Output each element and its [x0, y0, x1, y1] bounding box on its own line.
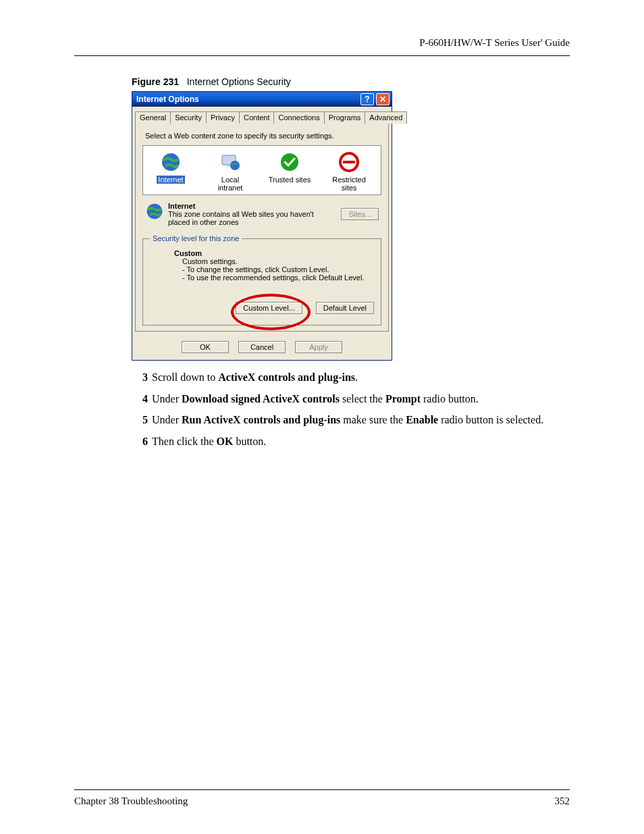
tab-programs[interactable]: Programs — [324, 111, 366, 124]
sites-button[interactable]: Sites... — [341, 208, 379, 220]
check-circle-icon — [279, 151, 300, 173]
zone-restricted-sites[interactable]: Restricted sites — [325, 151, 373, 192]
figure-number: Figure 231 — [132, 76, 179, 87]
svg-point-4 — [281, 153, 298, 171]
apply-button[interactable]: Apply — [295, 341, 342, 353]
footer-rule — [74, 789, 570, 790]
ok-button[interactable]: OK — [182, 341, 229, 353]
zones-listbox: Internet Local intranet — [142, 145, 381, 195]
no-entry-icon — [338, 151, 360, 173]
zone-local-intranet[interactable]: Local intranet — [207, 151, 254, 192]
page-footer: Chapter 38 Troubleshooting 352 — [74, 789, 570, 807]
custom-level-button[interactable]: Custom Level... — [236, 302, 302, 314]
step-bold: ActiveX controls and plug-ins — [218, 371, 355, 383]
step-bold: Enable — [406, 414, 438, 425]
cancel-button[interactable]: Cancel — [238, 341, 286, 353]
tab-general[interactable]: General — [135, 111, 171, 124]
tab-connections[interactable]: Connections — [273, 111, 324, 124]
svg-point-7 — [147, 204, 163, 219]
security-level-line2: - To use the recommended settings, click… — [182, 273, 374, 282]
tab-advanced[interactable]: Advanced — [365, 111, 407, 124]
header-guide-title: P-660H/HW/W-T Series User' Guide — [74, 37, 570, 49]
zone-desc-text: This zone contains all Web sites you hav… — [168, 210, 337, 226]
zone-label: Local intranet — [207, 176, 254, 192]
step-text: radio button. — [421, 393, 479, 405]
tab-content[interactable]: Content — [239, 111, 275, 124]
tab-strip: General Security Privacy Content Connect… — [132, 107, 392, 123]
step-text: radio button is selected. — [438, 414, 543, 425]
step-number: 3 — [132, 370, 148, 385]
step-number: 5 — [132, 413, 148, 427]
instruction-steps: 3 Scroll down to ActiveX controls and pl… — [132, 370, 570, 455]
security-level-group: Security level for this zone Custom Cust… — [142, 234, 381, 325]
tab-security[interactable]: Security — [170, 111, 207, 124]
footer-page-number: 352 — [555, 796, 570, 807]
header-rule — [74, 55, 570, 56]
step-item: 3 Scroll down to ActiveX controls and pl… — [132, 370, 570, 385]
zone-prompt: Select a Web content zone to specify its… — [145, 132, 381, 140]
zone-desc-heading: Internet — [168, 202, 337, 210]
figure-caption: Figure 231 Internet Options Security — [132, 76, 570, 87]
step-text: button. — [233, 436, 266, 447]
step-bold: Prompt — [385, 393, 421, 405]
close-button[interactable]: ✕ — [376, 93, 390, 105]
step-bold: Run ActiveX controls and plug-ins — [182, 414, 340, 425]
tab-privacy[interactable]: Privacy — [206, 111, 240, 124]
dialog-title: Internet Options — [136, 95, 199, 104]
security-level-sub: Custom settings. — [182, 257, 374, 265]
zone-trusted-sites[interactable]: Trusted sites — [266, 151, 313, 192]
figure-title: Internet Options Security — [187, 76, 291, 87]
zone-internet[interactable]: Internet — [147, 151, 194, 192]
step-item: 4 Under Download signed ActiveX controls… — [132, 392, 570, 407]
step-bold: OK — [217, 436, 234, 447]
step-text: Scroll down to — [152, 371, 218, 383]
help-button[interactable]: ? — [360, 93, 374, 105]
step-number: 6 — [132, 434, 148, 449]
monitor-globe-icon — [219, 151, 241, 173]
svg-rect-6 — [343, 161, 355, 163]
globe-icon — [145, 202, 164, 221]
step-text: Under — [152, 414, 182, 425]
zone-label: Restricted sites — [325, 176, 373, 192]
tab-body: Select a Web content zone to specify its… — [135, 123, 389, 332]
security-level-heading: Custom — [174, 249, 374, 257]
step-bold: Download signed ActiveX controls — [182, 393, 340, 405]
zone-label: Internet — [157, 176, 184, 184]
step-text: . — [355, 371, 358, 383]
security-level-legend: Security level for this zone — [150, 234, 242, 242]
step-text: Under — [152, 393, 182, 405]
internet-options-dialog: Internet Options ? ✕ General Security Pr… — [132, 91, 392, 361]
step-item: 6 Then click the OK button. — [132, 434, 570, 449]
globe-icon — [160, 151, 182, 173]
zone-description: Internet This zone contains all Web site… — [145, 202, 379, 226]
footer-chapter: Chapter 38 Troubleshooting — [74, 796, 188, 807]
zone-label: Trusted sites — [267, 176, 313, 184]
step-number: 4 — [132, 392, 148, 407]
svg-point-3 — [230, 161, 240, 170]
step-text: make sure the — [340, 414, 406, 425]
step-text: select the — [340, 393, 385, 405]
default-level-button[interactable]: Default Level — [316, 302, 374, 314]
dialog-buttons: OK Cancel Apply — [132, 334, 392, 360]
dialog-titlebar: Internet Options ? ✕ — [132, 92, 392, 107]
step-text: Then click the — [152, 436, 217, 447]
security-level-line1: - To change the settings, click Custom L… — [182, 265, 374, 273]
svg-point-0 — [162, 153, 180, 171]
step-item: 5 Under Run ActiveX controls and plug-in… — [132, 413, 570, 427]
